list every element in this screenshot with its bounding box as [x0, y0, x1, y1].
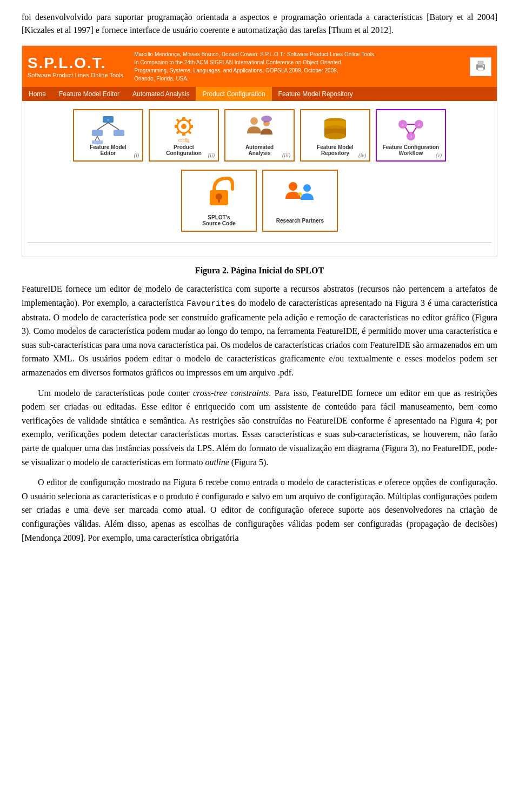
- splot-icons-area: = Feature ModelEditor (i): [22, 101, 497, 257]
- svg-line-39: [405, 127, 409, 133]
- icon-workflow[interactable]: 1 2 3 Feature ConfigurationWorkflow (v): [376, 109, 446, 162]
- product-configuration-label: ProductConfiguration: [166, 144, 202, 156]
- splot-nav: Home Feature Model Editor Automated Anal…: [22, 87, 497, 101]
- para3-text: O editor de configuração mostrado na Fig…: [22, 478, 497, 542]
- para1-code: Favourites: [187, 299, 235, 308]
- workflow-num: (v): [436, 152, 442, 158]
- para1-text2: do modelo de características apresentado…: [22, 298, 497, 377]
- product-configuration-num: (ii): [208, 152, 215, 158]
- svg-rect-16: [182, 117, 185, 120]
- icon-feature-repo[interactable]: Feature ModelRepository (iv): [300, 109, 370, 162]
- splot-logo-subtitle: Software Product Lines Online Tools: [28, 72, 123, 78]
- svg-line-6: [97, 123, 108, 130]
- svg-rect-46: [218, 198, 220, 203]
- splot-info-line1: Marcílio Mendonça, Moises Branco, Donald…: [134, 50, 459, 58]
- para2-text3: (Figura 5).: [229, 458, 268, 467]
- svg-point-34: [324, 133, 346, 139]
- svg-text:...: ...: [265, 117, 268, 122]
- feature-repo-label: Feature ModelRepository: [317, 144, 354, 156]
- intro-paragraph: foi desenvolvolvido para suportar progra…: [22, 11, 497, 37]
- splot-info-line3: Programming, Systems, Languages, and App…: [134, 66, 459, 75]
- splot-header: S.P.L.O.T. Software Product Lines Online…: [22, 46, 497, 87]
- splot-logo-title: S.P.L.O.T.: [28, 55, 123, 72]
- paragraph-3: O editor de configuração mostrado na Fig…: [22, 475, 497, 545]
- research-partners-label: Research Partners: [276, 218, 324, 224]
- icon-research-partners[interactable]: Research Partners: [262, 170, 338, 232]
- splot-banner: S.P.L.O.T. Software Product Lines Online…: [22, 45, 497, 257]
- svg-rect-12: [92, 140, 97, 144]
- paragraph-1: FeatureIDE fornece um editor de modelo d…: [22, 282, 497, 380]
- page-container: foi desenvolvolvido para suportar progra…: [0, 0, 519, 562]
- icon-source-code[interactable]: SPLOT'sSource Code: [181, 170, 257, 232]
- para2-text1: Um modelo de características pode conter: [38, 388, 193, 398]
- research-partners-icon: [281, 178, 319, 216]
- nav-feature-model-repository[interactable]: Feature Model Repository: [272, 87, 360, 101]
- automated-analysis-num: (iii): [282, 152, 290, 158]
- automated-analysis-label: AutomatedAnalysis: [245, 144, 274, 156]
- source-code-icon: [200, 175, 238, 212]
- nav-feature-model-editor[interactable]: Feature Model Editor: [52, 87, 126, 101]
- automated-analysis-icon: ...: [241, 115, 278, 144]
- paragraph-2: Um modelo de características pode conter…: [22, 386, 497, 469]
- svg-rect-9: [114, 130, 124, 136]
- svg-line-7: [108, 123, 119, 130]
- feature-model-editor-label: Feature ModelEditor: [90, 144, 127, 156]
- nav-home[interactable]: Home: [22, 87, 52, 101]
- icons-row-2: SPLOT'sSource Code: [28, 170, 491, 232]
- figure-caption: Figura 2. Página Inicial do SPLOT: [22, 266, 497, 276]
- splot-info-line4: Orlando, Florida, USA.: [134, 75, 459, 83]
- svg-rect-13: [97, 140, 103, 144]
- svg-point-25: [250, 117, 258, 125]
- svg-text:=: =: [107, 118, 110, 123]
- printer-icon[interactable]: [470, 57, 491, 76]
- icon-automated-analysis[interactable]: ... AutomatedAnalysis (iii): [224, 109, 295, 162]
- splot-logo-area: S.P.L.O.T. Software Product Lines Online…: [28, 50, 123, 83]
- nav-automated-analysis[interactable]: Automated Analysis: [126, 87, 196, 101]
- para2-italic1: cross-tree constraints: [193, 388, 269, 398]
- svg-rect-17: [182, 132, 185, 136]
- svg-point-3: [483, 65, 484, 67]
- splot-info: Marcílio Mendonça, Moises Branco, Donald…: [134, 50, 459, 83]
- source-code-label: SPLOT'sSource Code: [202, 214, 236, 226]
- svg-point-49: [298, 192, 302, 196]
- svg-text:1: 1: [402, 123, 404, 127]
- para2-text2: . Para isso, FeatureIDE fornece um edito…: [22, 388, 497, 467]
- icon-product-configuration[interactable]: config ProductConfiguration (ii): [149, 109, 219, 162]
- workflow-icon: 1 2 3: [392, 115, 430, 144]
- svg-line-40: [412, 127, 416, 133]
- svg-rect-18: [175, 125, 178, 128]
- svg-point-15: [181, 124, 187, 129]
- svg-rect-1: [478, 61, 483, 65]
- feature-repo-icon: [316, 115, 354, 144]
- splot-info-line2: In Companion to the 24th ACM SIGPLAN Int…: [134, 58, 459, 66]
- feature-model-editor-icon: =: [89, 115, 127, 144]
- svg-point-48: [303, 184, 311, 192]
- svg-text:config: config: [178, 138, 189, 143]
- nav-product-configuration[interactable]: Product Configuration: [196, 87, 271, 101]
- icon-feature-model-editor[interactable]: = Feature ModelEditor (i): [73, 109, 143, 162]
- svg-point-47: [289, 182, 297, 191]
- product-configuration-icon: config: [165, 115, 203, 144]
- svg-rect-8: [92, 130, 103, 136]
- banner-divider: [28, 243, 491, 243]
- feature-model-editor-num: (i): [134, 152, 139, 158]
- feature-repo-num: (iv): [358, 152, 366, 158]
- svg-rect-19: [190, 125, 193, 128]
- svg-text:3: 3: [410, 135, 412, 139]
- icons-row-1: = Feature ModelEditor (i): [28, 109, 491, 162]
- svg-rect-2: [478, 68, 483, 71]
- para2-italic2: outline: [205, 458, 229, 467]
- svg-text:2: 2: [418, 123, 420, 127]
- workflow-label: Feature ConfigurationWorkflow: [383, 144, 439, 156]
